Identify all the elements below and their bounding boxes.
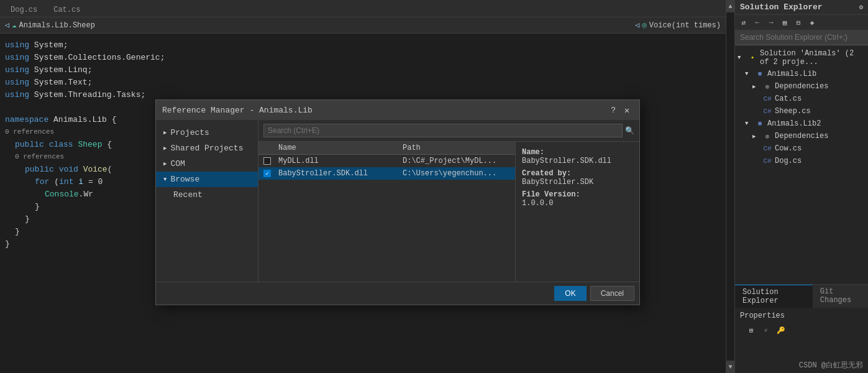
- se-toolbar: ⇄ ← → ▤ ⊟ ◈: [735, 15, 868, 30]
- detail-version-value: 1.0.0.0: [522, 199, 633, 208]
- se-bottom-tabs: Solution Explorer Git Changes: [735, 285, 868, 308]
- csharp-file-icon-2: C#: [762, 106, 772, 116]
- watermark: CSDN @白虹思无邪: [735, 357, 868, 373]
- props-toolbar: ⊞ ⟔ 🔑: [740, 321, 863, 339]
- code-line: using System.Threading.Tasks;: [0, 88, 726, 101]
- detail-name-value: BabyStroller.SDK.dll: [522, 157, 633, 165]
- se-solution-root[interactable]: ▼ ▪ Solution 'Animals' (2 of 2 proje...: [735, 48, 868, 68]
- dialog-cancel-button[interactable]: Cancel: [590, 286, 634, 301]
- nav-arrow-projects: ▶: [163, 129, 167, 136]
- checkbox-babystroller[interactable]: [263, 170, 271, 177]
- reference-manager-dialog: Reference Manager - Animals.Lib ? ✕ ▶ Pr…: [155, 99, 640, 305]
- se-root-arrow: ▼: [738, 55, 745, 61]
- se-search-input[interactable]: [740, 33, 863, 42]
- nav-arrow-shared: ▶: [163, 145, 167, 152]
- dialog-search-icon: 🔍: [625, 126, 634, 136]
- se-tab-solution-explorer[interactable]: Solution Explorer: [735, 285, 813, 308]
- dialog-close-btn[interactable]: ✕: [621, 104, 633, 116]
- dialog-table-header: Name Path: [258, 142, 515, 155]
- props-tool-sort[interactable]: ⟔: [760, 324, 772, 336]
- solution-explorer-header: Solution Explorer ⚙: [735, 0, 868, 15]
- se-dog-cs[interactable]: ▶ C# Dog.cs: [735, 155, 868, 167]
- dependencies-icon: ⊗: [762, 81, 772, 91]
- dialog-footer: OK Cancel: [156, 282, 639, 305]
- tab-dog-cs[interactable]: Dog.cs: [2, 2, 45, 17]
- dialog-search-bar: 🔍: [258, 120, 639, 142]
- dialog-ok-button[interactable]: OK: [554, 286, 586, 301]
- se-search-bar[interactable]: [735, 30, 868, 45]
- th-path: Path: [403, 144, 510, 152]
- dialog-detail-panel: Name: BabyStroller.SDK.dll Created by: B…: [515, 142, 639, 282]
- row-name-babystroller: BabyStroller.SDK.dll: [278, 169, 403, 178]
- props-tool-grid[interactable]: ⊞: [745, 324, 757, 336]
- detail-created-label: Created by:: [522, 169, 633, 178]
- scroll-up[interactable]: ▲: [726, 0, 734, 12]
- tab-bar: Dog.cs Cat.cs: [0, 0, 726, 17]
- location-left[interactable]: ◁ ☁ Animals.Lib.Sheep: [5, 21, 95, 30]
- se-dep-arrow: ▶: [752, 83, 760, 90]
- scroll-down[interactable]: ▼: [726, 361, 734, 373]
- se-dep2-arrow: ▶: [752, 133, 760, 140]
- dialog-title: Reference Manager - Animals.Lib: [162, 106, 313, 115]
- se-tool-back[interactable]: ←: [751, 16, 764, 29]
- th-name: Name: [278, 144, 403, 152]
- se-tool-collapse[interactable]: ⊟: [792, 16, 805, 29]
- se-sheep-cs[interactable]: ▶ C# Sheep.cs: [735, 105, 868, 117]
- dialog-table: Name Path MyDLL.dll D:\C#_Project\MyDL..…: [258, 142, 515, 282]
- dialog-row-babystroller[interactable]: BabyStroller.SDK.dll C:\Users\yegenchun.…: [258, 167, 515, 180]
- dialog-nav-com[interactable]: ▶ COM: [156, 156, 258, 172]
- dialog-nav-shared-projects[interactable]: ▶ Shared Projects: [156, 140, 258, 156]
- se-dependencies-2[interactable]: ▶ ⊗ Dependencies: [735, 130, 868, 142]
- nav-arrow-com: ▶: [163, 160, 167, 167]
- dialog-main: 🔍 Name Path: [258, 120, 639, 282]
- se-settings-icon[interactable]: ⚙: [859, 3, 863, 11]
- tab-cat-cs[interactable]: Cat.cs: [45, 2, 88, 17]
- csharp-file-icon-3: C#: [762, 144, 772, 154]
- se-animals-lib[interactable]: ▼ ■ Animals.Lib: [735, 68, 868, 80]
- dialog-list: Name Path MyDLL.dll D:\C#_Project\MyDL..…: [258, 142, 639, 282]
- se-tool-forward[interactable]: →: [765, 16, 777, 29]
- se-lib-arrow: ▼: [745, 71, 752, 77]
- row-path-babystroller: C:\Users\yegenchun...: [403, 169, 510, 178]
- code-line: using System.Text;: [0, 76, 726, 88]
- se-dependencies-1[interactable]: ▶ ⊗ Dependencies: [735, 80, 868, 93]
- detail-created-value: BabyStroller.SDK: [522, 178, 633, 186]
- row-check-babystroller[interactable]: [263, 170, 278, 177]
- dialog-nav: ▶ Projects ▶ Shared Projects ▶ COM ▼ Bro…: [156, 120, 258, 282]
- dialog-nav-recent[interactable]: Recent: [156, 187, 258, 203]
- se-lib2-arrow: ▼: [745, 121, 752, 127]
- dialog-search-input[interactable]: [263, 124, 623, 137]
- dependencies-icon-2: ⊗: [762, 131, 772, 141]
- solution-explorer: Solution Explorer ⚙ ⇄ ← → ▤ ⊟ ◈ ▼ ▪ Solu…: [734, 0, 868, 373]
- code-line: using System;: [0, 39, 726, 51]
- row-name-mydll: MyDLL.dll: [278, 157, 403, 165]
- dialog-nav-projects[interactable]: ▶ Projects: [156, 125, 258, 140]
- se-tool-filter[interactable]: ▤: [779, 16, 791, 29]
- dialog-help-btn[interactable]: ?: [611, 106, 616, 115]
- se-tab-git-changes[interactable]: Git Changes: [813, 285, 868, 308]
- se-tool-sync[interactable]: ⇄: [738, 16, 750, 29]
- location-right[interactable]: ◁ ◎ Voice(int times): [635, 21, 721, 30]
- code-line: using System.Linq;: [0, 63, 726, 76]
- checkbox-mydll[interactable]: [263, 157, 271, 165]
- dialog-controls: ? ✕: [611, 104, 633, 116]
- csharp-file-icon-4: C#: [762, 156, 772, 166]
- dialog-row-mydll[interactable]: MyDLL.dll D:\C#_Project\MyDL...: [258, 155, 515, 167]
- dialog-body: ▶ Projects ▶ Shared Projects ▶ COM ▼ Bro…: [156, 120, 639, 282]
- props-tool-key[interactable]: 🔑: [775, 324, 787, 336]
- se-tool-new[interactable]: ◈: [806, 16, 818, 29]
- csharp-project-icon-2: ■: [755, 119, 765, 129]
- nav-arrow-browse: ▼: [163, 177, 167, 183]
- code-line: using System.Collections.Generic;: [0, 51, 726, 63]
- se-cat-cs[interactable]: ▶ C# Cat.cs: [735, 93, 868, 105]
- properties-section: Properties ⊞ ⟔ 🔑: [735, 308, 868, 357]
- row-check-mydll[interactable]: [263, 157, 278, 165]
- detail-version-label: File Version:: [522, 190, 633, 199]
- detail-name-label: Name:: [522, 148, 633, 157]
- editor-scrollbar[interactable]: ▲ ▼: [726, 0, 734, 373]
- se-cow-cs[interactable]: ▶ C# Cow.cs: [735, 142, 868, 155]
- solution-icon: ▪: [747, 53, 757, 63]
- se-animals-lib2[interactable]: ▼ ■ Animals.Lib2: [735, 117, 868, 130]
- properties-label: Properties: [740, 310, 863, 321]
- dialog-nav-browse[interactable]: ▼ Browse: [156, 172, 258, 187]
